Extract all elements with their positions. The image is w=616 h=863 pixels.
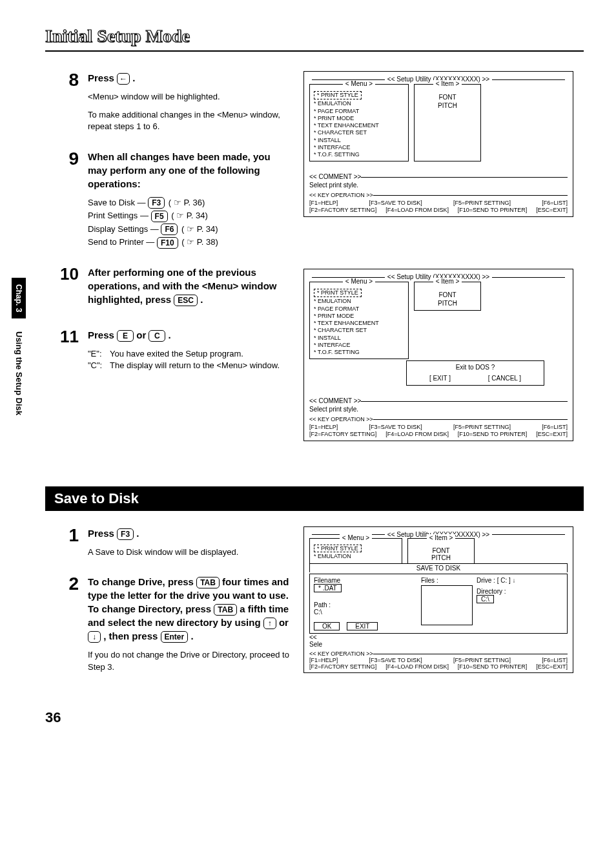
menu-item: PAGE FORMAT — [314, 306, 404, 313]
text: You have exited the Setup program. — [110, 348, 243, 360]
panel-label: < Item > — [433, 80, 462, 87]
fn-key: [F1=HELP] — [309, 424, 338, 431]
key-row: [F1=HELP] [F3=SAVE TO DISK] [F5=PRINT SE… — [309, 424, 568, 431]
fn-key: [ESC=EXIT] — [536, 431, 568, 438]
step-11: 11 Press E or C . "E": You have exited t… — [45, 328, 291, 371]
text: or — [279, 617, 289, 628]
filename-value[interactable]: * .DAT — [314, 584, 342, 592]
down-arrow-key: ↓ — [88, 631, 101, 643]
keyop-label: << KEY OPERATION >> — [309, 650, 373, 657]
fn-key: [F1=HELP] — [309, 200, 338, 207]
save-to-disk-screen: << Setup Utility (XXXXXXXXXX) >> < Menu … — [303, 526, 573, 673]
fn-key: [F6=LIST] — [542, 657, 568, 663]
files-list[interactable] — [421, 585, 473, 625]
sel-hint: << — [309, 634, 317, 641]
item-entry: PITCH — [418, 300, 477, 308]
text: Display Settings — — [88, 224, 161, 234]
f3-key: F3 — [117, 528, 134, 540]
drive-select[interactable]: Drive : [ C: ] ↓ — [477, 577, 554, 584]
tab-key: TAB — [196, 577, 220, 588]
text: The display will return to the <Menu> wi… — [110, 360, 280, 371]
step-head: Press F3 . — [88, 526, 238, 540]
c-key: C — [149, 330, 165, 342]
text: Print Settings — — [88, 211, 151, 220]
fn-key: [F2=FACTORY SETTING] — [309, 663, 376, 670]
up-arrow-key: ↑ — [263, 618, 276, 629]
fn-key: [F6=LIST] — [542, 424, 568, 431]
fn-key: [F10=SEND TO PRINTER] — [458, 431, 527, 438]
panel-label: < Menu > — [343, 278, 375, 285]
fn-key: [F5=PRINT SETTING] — [453, 424, 511, 431]
exit-button[interactable]: EXIT — [347, 622, 378, 630]
step-body-line: A Save to Disk window will be displayed. — [88, 546, 238, 558]
comment-text: Select print style. — [309, 182, 568, 190]
cancel-button[interactable]: [ CANCEL ] — [488, 375, 521, 383]
step-head: Press E or C . — [88, 328, 280, 342]
list-item: "C": The display will return to the <Men… — [88, 360, 280, 371]
step-body-line: To make additional changes in the <Menu>… — [88, 109, 291, 132]
section-bar: Save to Disk — [45, 486, 584, 511]
fn-key: [F4=LOAD FROM DISK] — [385, 207, 449, 214]
step-number: 11 — [45, 328, 88, 371]
left-arrow-key: ← — [117, 73, 130, 85]
enter-key: Enter — [161, 631, 189, 643]
step-head: To change Drive, press TAB four times an… — [88, 575, 291, 643]
step-8: 8 Press ← . <Menu> window will be highli… — [45, 71, 291, 134]
item-entry: FONT — [412, 547, 470, 554]
step-b2: 2 To change Drive, press TAB four times … — [45, 575, 291, 674]
menu-item: EMULATION — [314, 298, 404, 305]
path-value: C:\ — [314, 608, 417, 616]
key-row: [F2=FACTORY SETTING] [F4=LOAD FROM DISK]… — [309, 663, 568, 670]
section-tab: Using the Setup Disk — [12, 318, 26, 422]
setup-utility-screen-1: << Setup Utility (XXXXXXXXXX) >> < Menu … — [303, 71, 573, 217]
item-entry: PITCH — [418, 102, 477, 110]
step-9: 9 When all changes have been made, you m… — [45, 150, 291, 250]
exit-dialog: Exit to DOS ? [ EXIT ] [ CANCEL ] — [406, 360, 544, 386]
dialog-title: Exit to DOS ? — [411, 364, 540, 372]
key-row: [F1=HELP] [F3=SAVE TO DISK] [F5=PRINT SE… — [309, 657, 568, 663]
f6-key: F6 — [161, 224, 178, 235]
fn-key: [F3=SAVE TO DISK] — [369, 200, 422, 207]
step-body-line: If you do not change the Drive or Direct… — [88, 649, 291, 672]
text: . — [200, 294, 203, 305]
item-panel: < Item > FONT PITCH — [407, 538, 475, 564]
page-ref: ( ☞ P. 36) — [167, 198, 207, 207]
directory-label: Directory : — [477, 588, 554, 595]
comment-text: Select print style. — [309, 406, 568, 414]
menu-item: PRINT STYLE — [314, 289, 362, 297]
menu-item: PRINT MODE — [314, 115, 404, 122]
f10-key: F10 — [157, 237, 178, 249]
menu-item: TEXT ENHANCEMENT — [314, 122, 404, 129]
exit-button[interactable]: [ EXIT ] — [429, 375, 451, 383]
page-number: 36 — [45, 709, 584, 726]
menu-item: PRINT STYLE — [314, 91, 362, 99]
menu-item: TEXT ENHANCEMENT — [314, 320, 404, 327]
right-column-b: << Setup Utility (XXXXXXXXXX) >> < Menu … — [303, 526, 575, 690]
menu-panel: < Menu > PRINT STYLE EMULATION PAGE FORM… — [309, 84, 409, 162]
setup-utility-screen-2: << Setup Utility (XXXXXXXXXX) >> < Menu … — [303, 269, 573, 441]
left-column: 8 Press ← . <Menu> window will be highli… — [45, 71, 291, 467]
save-header: SAVE TO DISK — [309, 563, 568, 572]
fn-key: [F4=LOAD FROM DISK] — [385, 663, 449, 670]
step-number: 8 — [45, 71, 88, 134]
tab-key: TAB — [214, 604, 237, 616]
text: To change Drive, press — [88, 576, 196, 587]
ok-button[interactable]: OK — [314, 622, 340, 630]
step-head: When all changes have been made, you may… — [88, 150, 291, 191]
header-rule — [45, 50, 584, 52]
comment-label: << COMMENT >> — [309, 173, 361, 182]
menu-item: PRINT MODE — [314, 313, 404, 320]
menu-item: INSTALL — [314, 137, 404, 144]
filename-label: Filename — [314, 577, 417, 584]
step-number: 10 — [45, 265, 88, 313]
fn-key: [F6=LIST] — [542, 200, 568, 207]
menu-item: PRINT STYLE — [314, 545, 362, 552]
fn-key: [F5=PRINT SETTING] — [453, 200, 511, 207]
menu-item: T.O.F. SETTING — [314, 151, 404, 158]
step-b1: 1 Press F3 . A Save to Disk window will … — [45, 526, 291, 559]
fn-key: [F10=SEND TO PRINTER] — [458, 663, 527, 670]
op-line: Print Settings — F5 ( ☞ P. 34) — [88, 210, 291, 222]
step-head: After performing one of the previous ope… — [88, 265, 291, 306]
directory-value[interactable]: C:\ — [477, 595, 494, 603]
menu-item: CHARACTER SET — [314, 129, 404, 136]
